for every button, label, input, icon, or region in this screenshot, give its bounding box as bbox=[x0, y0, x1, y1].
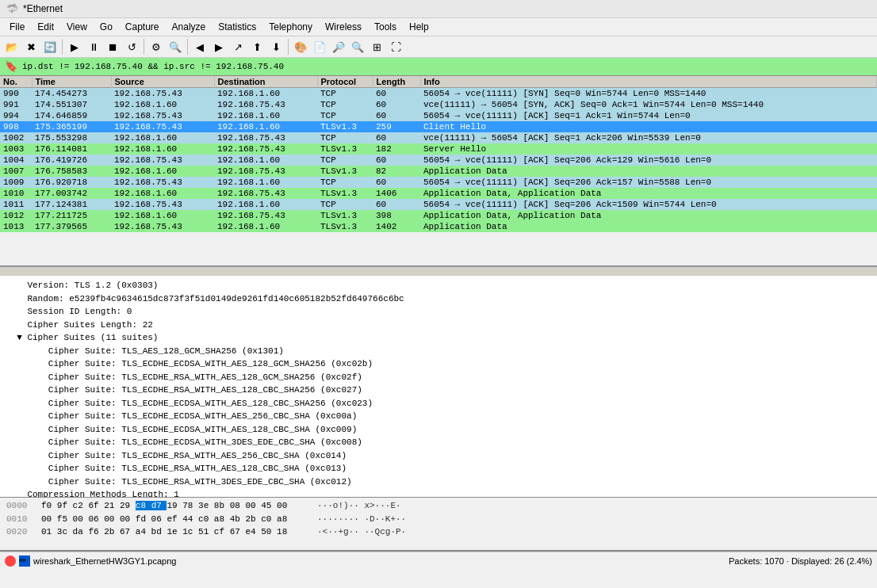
cell-0: 1002 bbox=[0, 132, 32, 143]
detail-line: Cipher Suite: TLS_ECDHE_RSA_WITH_AES_256… bbox=[6, 449, 871, 463]
cell-3: 192.168.75.43 bbox=[214, 143, 317, 155]
title-bar: 🦈 *Ethernet bbox=[0, 0, 877, 18]
table-row[interactable]: 1013177.379565192.168.75.43192.168.1.60T… bbox=[0, 221, 877, 232]
autoscroll-btn[interactable]: 📄 bbox=[311, 38, 328, 55]
col-header-destination[interactable]: Destination bbox=[214, 76, 317, 88]
cell-1: 176.419726 bbox=[32, 155, 111, 166]
cell-2: 192.168.75.43 bbox=[111, 177, 214, 188]
col-header-source[interactable]: Source bbox=[111, 76, 214, 88]
cell-1: 177.211725 bbox=[32, 210, 111, 221]
capture-opts-btn[interactable]: ⚙ bbox=[147, 38, 165, 55]
menu-view[interactable]: View bbox=[60, 20, 94, 34]
menu-bar: File Edit View Go Capture Analyze Statis… bbox=[0, 18, 877, 36]
cell-0: 994 bbox=[0, 110, 32, 121]
horizontal-scrollbar[interactable] bbox=[0, 266, 877, 276]
toolbar: 📂 ✖ 🔄 ▶ ⏸ ⏹ ↺ ⚙ 🔍 ◀ ▶ ↗ ⬆ ⬇ 🎨 📄 🔎 🔍 ⊞ ⛶ bbox=[0, 36, 877, 58]
col-header-no[interactable]: No. bbox=[0, 76, 32, 88]
open-btn[interactable]: 📂 bbox=[3, 38, 21, 55]
cell-3: 192.168.1.60 bbox=[214, 121, 317, 132]
cell-5: 1402 bbox=[373, 221, 420, 232]
table-row[interactable]: 1003176.114081192.168.1.60192.168.75.43T… bbox=[0, 143, 877, 155]
detail-line: ▼ Cipher Suites (11 suites) bbox=[6, 331, 871, 345]
detail-line: Cipher Suite: TLS_ECDHE_ECDSA_WITH_AES_2… bbox=[6, 410, 871, 423]
cell-5: 60 bbox=[373, 177, 420, 188]
menu-tools[interactable]: Tools bbox=[368, 20, 403, 34]
menu-statistics[interactable]: Statistics bbox=[212, 20, 262, 34]
status-left: ✏ wireshark_EthernetHW3GY1.pcapng bbox=[5, 556, 729, 567]
cell-1: 176.920718 bbox=[32, 177, 111, 188]
table-row[interactable]: 1010177.003742192.168.1.60192.168.75.43T… bbox=[0, 188, 877, 199]
back-btn[interactable]: ◀ bbox=[191, 38, 209, 55]
fullscreen-btn[interactable]: ⛶ bbox=[387, 38, 404, 55]
filter-opts-btn[interactable]: 🔍 bbox=[167, 38, 184, 55]
menu-wireless[interactable]: Wireless bbox=[319, 20, 368, 34]
cell-2: 192.168.1.60 bbox=[111, 166, 214, 177]
table-row[interactable]: 1002175.553298192.168.1.60192.168.75.43T… bbox=[0, 132, 877, 143]
cell-6: vce(11111) → 56054 [ACK] Seq=1 Ack=206 W… bbox=[420, 132, 877, 143]
packet-detail[interactable]: Version: TLS 1.2 (0x0303) Random: e5239f… bbox=[0, 276, 877, 498]
menu-analyze[interactable]: Analyze bbox=[166, 20, 213, 34]
reload-btn[interactable]: 🔄 bbox=[41, 38, 59, 55]
detail-line: Cipher Suite: TLS_ECDHE_RSA_WITH_AES_128… bbox=[6, 462, 871, 475]
cell-2: 192.168.75.43 bbox=[111, 221, 214, 232]
sep1 bbox=[62, 39, 63, 55]
menu-edit[interactable]: Edit bbox=[31, 20, 60, 34]
col-header-time[interactable]: Time bbox=[32, 76, 111, 88]
cell-6: 56054 → vce(11111) [ACK] Seq=206 Ack=150… bbox=[420, 199, 877, 210]
cell-0: 1011 bbox=[0, 199, 32, 210]
table-row[interactable]: 994174.646859192.168.75.43192.168.1.60TC… bbox=[0, 110, 877, 121]
status-packets: Packets: 1070 · Displayed: 26 (2.4%) bbox=[729, 556, 872, 566]
zoom-reset-btn[interactable]: ⊞ bbox=[368, 38, 385, 55]
cell-5: 60 bbox=[373, 88, 420, 100]
zoom-in-btn[interactable]: 🔎 bbox=[330, 38, 347, 55]
cell-3: 192.168.1.60 bbox=[214, 110, 317, 121]
zoom-out-btn[interactable]: 🔍 bbox=[349, 38, 366, 55]
pause-btn[interactable]: ⏸ bbox=[85, 38, 102, 55]
restart-btn[interactable]: ↺ bbox=[123, 38, 140, 55]
start-btn[interactable]: ▶ bbox=[66, 38, 83, 55]
packet-list-container[interactable]: No. Time Source Destination Protocol Len… bbox=[0, 76, 877, 266]
hex-offset: 0000 bbox=[6, 499, 35, 513]
cell-4: TLSv1.3 bbox=[317, 188, 373, 199]
detail-line: Random: e5239fb4c9634615dc873f3f51d0149d… bbox=[6, 292, 871, 306]
menu-help[interactable]: Help bbox=[403, 20, 435, 34]
fwd-btn[interactable]: ▶ bbox=[210, 38, 228, 55]
table-row[interactable]: 1007176.758583192.168.1.60192.168.75.43T… bbox=[0, 166, 877, 177]
table-row[interactable]: 990174.454273192.168.75.43192.168.1.60TC… bbox=[0, 88, 877, 100]
table-row[interactable]: 998175.365199192.168.75.43192.168.1.60TL… bbox=[0, 121, 877, 132]
cell-2: 192.168.75.43 bbox=[111, 110, 214, 121]
table-row[interactable]: 1012177.211725192.168.1.60192.168.75.43T… bbox=[0, 210, 877, 221]
cell-6: Application Data bbox=[420, 221, 877, 232]
filter-icon: 🔖 bbox=[5, 60, 17, 73]
cell-4: TLSv1.3 bbox=[317, 143, 373, 155]
colorize-btn[interactable]: 🎨 bbox=[292, 38, 309, 55]
table-row[interactable]: 991174.551307192.168.1.60192.168.75.43TC… bbox=[0, 99, 877, 110]
col-header-info[interactable]: Info bbox=[420, 76, 877, 88]
cell-4: TLSv1.3 bbox=[317, 221, 373, 232]
cell-0: 1010 bbox=[0, 188, 32, 199]
menu-capture[interactable]: Capture bbox=[119, 20, 166, 34]
col-header-length[interactable]: Length bbox=[373, 76, 420, 88]
cell-2: 192.168.1.60 bbox=[111, 210, 214, 221]
table-row[interactable]: 1009176.920718192.168.75.43192.168.1.60T… bbox=[0, 177, 877, 188]
menu-go[interactable]: Go bbox=[94, 20, 119, 34]
close-btn[interactable]: ✖ bbox=[22, 38, 40, 55]
next-btn[interactable]: ⬇ bbox=[267, 38, 285, 55]
table-row[interactable]: 1011177.124381192.168.75.43192.168.1.60T… bbox=[0, 199, 877, 210]
col-header-protocol[interactable]: Protocol bbox=[317, 76, 373, 88]
menu-telephony[interactable]: Telephony bbox=[262, 20, 319, 34]
cell-3: 192.168.75.43 bbox=[214, 166, 317, 177]
prev-btn[interactable]: ⬆ bbox=[248, 38, 266, 55]
cell-2: 192.168.1.60 bbox=[111, 143, 214, 155]
table-row[interactable]: 1004176.419726192.168.75.43192.168.1.60T… bbox=[0, 155, 877, 166]
stop-btn[interactable]: ⏹ bbox=[104, 38, 121, 55]
cell-1: 174.551307 bbox=[32, 99, 111, 110]
cell-5: 60 bbox=[373, 132, 420, 143]
packet-tbody: 990174.454273192.168.75.43192.168.1.60TC… bbox=[0, 88, 877, 233]
goto-btn[interactable]: ↗ bbox=[229, 38, 247, 55]
detail-line: Cipher Suite: TLS_ECDHE_RSA_WITH_3DES_ED… bbox=[6, 475, 871, 489]
menu-file[interactable]: File bbox=[3, 20, 31, 34]
cell-0: 1013 bbox=[0, 221, 32, 232]
app-icon: 🦈 bbox=[6, 3, 18, 14]
cell-2: 192.168.75.43 bbox=[111, 155, 214, 166]
